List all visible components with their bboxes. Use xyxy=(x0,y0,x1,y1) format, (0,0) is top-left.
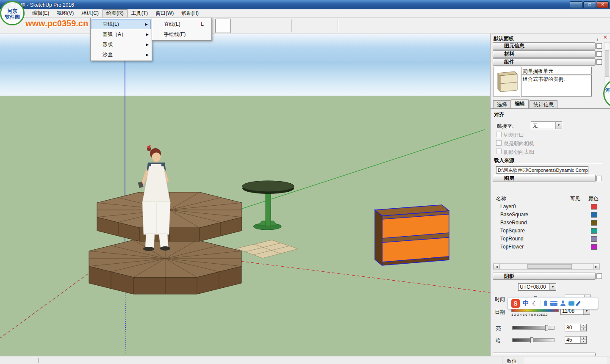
glue-to-dropdown[interactable]: 无▼ xyxy=(531,121,562,129)
date-label: 日期 xyxy=(495,309,505,316)
watermark-logo-text: 河东 xyxy=(1,8,23,14)
menu-item-line[interactable]: 直线(L) ▶ xyxy=(92,19,151,29)
submenu-arrow-icon: ▶ xyxy=(146,40,149,50)
submenu-arrow-icon: ▶ xyxy=(146,50,149,60)
menu-view[interactable]: 视图(V) xyxy=(53,9,78,17)
shadows-detach-box[interactable] xyxy=(596,273,602,279)
title-bar[interactable]: 无标题 - SketchUp Pro 2016 – □ ✕ xyxy=(0,0,610,9)
layer-color-swatch[interactable] xyxy=(591,228,597,234)
ime-language-icon[interactable]: 中 xyxy=(523,299,529,307)
scroll-right-icon[interactable]: ► xyxy=(593,264,599,269)
layer-row[interactable]: BaseRound xyxy=(493,219,600,227)
layer-row[interactable]: BaseSquare xyxy=(493,211,600,219)
rollup-components[interactable]: 组件 xyxy=(493,58,596,66)
scroll-left-icon[interactable]: ◄ xyxy=(494,264,500,269)
glue-to-value: 无 xyxy=(531,122,555,129)
layers-detach-box[interactable] xyxy=(596,176,602,181)
layer-color-swatch[interactable] xyxy=(591,236,597,242)
menu-help[interactable]: 帮助(H) xyxy=(177,9,202,17)
entity-info-detach-box[interactable] xyxy=(596,43,602,49)
component-thumbnail[interactable] xyxy=(493,67,520,97)
ime-logo-icon[interactable]: S xyxy=(511,299,520,308)
layer-name: TopFlower xyxy=(493,244,524,250)
layers-horizontal-scrollbar[interactable]: ◄ ► xyxy=(493,263,600,270)
spinner-arrows[interactable]: ▲▼ xyxy=(580,336,586,343)
dark-spinner[interactable]: 45 ▲▼ xyxy=(565,336,587,344)
light-spinner[interactable]: 80 ▲▼ xyxy=(565,324,587,331)
close-button[interactable]: ✕ xyxy=(597,1,609,8)
menu-window[interactable]: 窗口(W) xyxy=(152,9,177,17)
layer-row[interactable]: Layer0 xyxy=(493,203,600,211)
divider xyxy=(493,118,602,118)
model-viewport[interactable] xyxy=(0,34,490,356)
menu-item-arc[interactable]: 圆弧（A） ▶ xyxy=(91,29,152,39)
cut-opening-checkbox[interactable] xyxy=(496,132,502,137)
toolbox-icon[interactable] xyxy=(568,301,574,306)
toolbar-button[interactable] xyxy=(215,19,231,33)
layer-color-swatch[interactable] xyxy=(591,244,597,250)
tab-select[interactable]: 选择 xyxy=(493,100,511,108)
light-slider[interactable] xyxy=(512,326,555,330)
microphone-icon[interactable] xyxy=(544,301,547,306)
user-icon[interactable] xyxy=(560,301,566,306)
layers-name-header[interactable]: 名称 xyxy=(496,195,506,202)
menu-edit[interactable]: 编辑(E) xyxy=(28,9,53,17)
status-bar: 数值 xyxy=(0,356,610,364)
layers-color-header[interactable]: 颜色 xyxy=(588,195,599,202)
keyboard-icon[interactable] xyxy=(550,301,557,306)
layer-row[interactable]: TopRound xyxy=(493,235,600,243)
moon-icon[interactable]: ☾ xyxy=(532,300,538,307)
components-detach-box[interactable] xyxy=(596,59,602,65)
minimize-button[interactable]: – xyxy=(570,1,582,8)
scene-canvas[interactable] xyxy=(0,34,490,356)
tab-edit[interactable]: 编辑 xyxy=(511,99,529,108)
load-source-path-field[interactable]: D:\河东软件园\Components\Dynamic Comp xyxy=(496,166,588,174)
line-submenu-dropdown: 直线(L) L 手绘线(F) xyxy=(152,18,212,41)
layer-name: BaseSquare xyxy=(493,212,528,218)
chevron-down-icon[interactable]: ▼ xyxy=(549,284,556,290)
measurements-input[interactable] xyxy=(524,357,607,364)
materials-detach-box[interactable] xyxy=(596,51,602,57)
scrollbar-thumb[interactable] xyxy=(527,264,572,269)
dark-slider[interactable] xyxy=(512,338,555,342)
timezone-dropdown[interactable]: UTC+08:00▼ xyxy=(518,283,556,291)
ime-toolbar[interactable]: S 中 ☾ xyxy=(507,297,598,309)
scrollbar-thumb[interactable] xyxy=(605,50,609,77)
maximize-button[interactable]: □ xyxy=(583,1,596,8)
glue-to-label: 黏接至: xyxy=(497,123,513,130)
menu-item-shapes[interactable]: 形状 ▶ xyxy=(91,39,152,50)
rollup-layers[interactable]: 图层 xyxy=(493,175,596,182)
wrench-icon[interactable] xyxy=(576,301,581,306)
rollup-materials[interactable]: 材料 xyxy=(493,50,596,58)
shadow-face-sun-checkbox[interactable] xyxy=(496,149,502,154)
component-description-field[interactable]: 组合式书架的实例。 xyxy=(521,75,592,97)
menu-draw[interactable]: 绘图(R) xyxy=(103,9,128,17)
layer-row[interactable]: TopFlower xyxy=(493,243,600,251)
divider xyxy=(541,300,541,307)
layers-visible-header[interactable]: 可见 xyxy=(570,195,580,202)
chevron-down-icon[interactable]: ▼ xyxy=(555,122,562,129)
layer-color-swatch[interactable] xyxy=(591,204,597,210)
menu-tools[interactable]: 工具(T) xyxy=(128,9,152,17)
watermark-logo-text: 河东 xyxy=(605,88,610,93)
layer-color-swatch[interactable] xyxy=(591,212,597,218)
layer-color-swatch[interactable] xyxy=(591,220,597,226)
rollup-entity-info[interactable]: 图元信息 xyxy=(493,42,596,50)
rollup-shadows[interactable]: 阴影 xyxy=(493,273,596,280)
panel-close-icon[interactable]: ✕ xyxy=(603,35,607,40)
tab-statistics[interactable]: 统计信息 xyxy=(530,100,557,108)
spinner-arrows[interactable]: ▲▼ xyxy=(580,324,586,331)
slider-thumb[interactable] xyxy=(545,325,548,331)
menu-camera[interactable]: 相机(C) xyxy=(78,9,103,17)
light-label: 亮 xyxy=(496,325,501,332)
menu-item-label: 形状 xyxy=(103,41,113,47)
slider-thumb[interactable] xyxy=(530,337,533,343)
submenu-item-freehand[interactable]: 手绘线(F) xyxy=(152,29,211,39)
layer-row[interactable]: TopSquare xyxy=(493,227,600,235)
bookshelf-component-selected[interactable] xyxy=(375,205,449,265)
face-camera-checkbox[interactable] xyxy=(496,140,502,146)
submenu-arrow-icon: ▶ xyxy=(146,30,149,40)
menu-item-sandbox[interactable]: 沙盒 ▶ xyxy=(91,50,152,60)
component-name-field[interactable]: 简单搁板单元 xyxy=(521,67,592,74)
submenu-item-line[interactable]: 直线(L) L xyxy=(152,19,211,29)
